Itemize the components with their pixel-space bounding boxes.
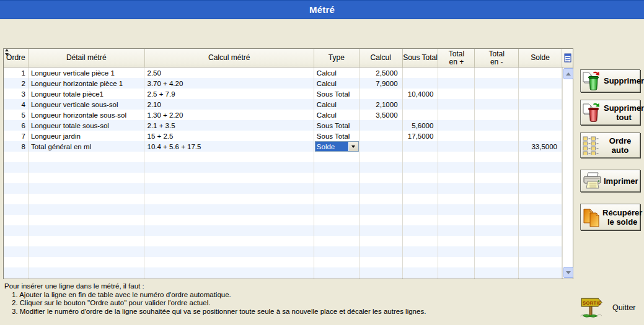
- cell-sous_total[interactable]: [403, 99, 439, 110]
- quit-button[interactable]: SORTIE Quitter: [579, 293, 641, 321]
- table-row[interactable]: 6Longueur totale sous-sol2.1 + 3.5Sous T…: [4, 120, 562, 131]
- print-button[interactable]: Imprimer: [580, 170, 640, 192]
- cell-detail[interactable]: Longueur verticale pièce 1: [29, 67, 145, 78]
- cell-total_minus[interactable]: [475, 99, 519, 110]
- cell-total_plus[interactable]: [438, 99, 475, 110]
- cell-solde[interactable]: [519, 89, 562, 99]
- column-header-solde[interactable]: Solde: [519, 49, 562, 67]
- column-header-total_plus[interactable]: Total en +: [438, 49, 475, 67]
- delete-button[interactable]: Supprimer: [580, 69, 640, 92]
- cell-solde[interactable]: [519, 67, 562, 78]
- cell-total_minus[interactable]: [475, 78, 519, 89]
- cell-calcul[interactable]: [359, 89, 403, 99]
- cell-sous_total[interactable]: 17,5000: [403, 131, 439, 141]
- cell-calcul[interactable]: 2,5000: [359, 67, 403, 78]
- cell-type[interactable]: Sous Total: [314, 120, 359, 131]
- cell-calcul_metre[interactable]: 2.10: [144, 99, 314, 110]
- cell-total_minus[interactable]: [475, 89, 519, 99]
- cell-sous_total[interactable]: [403, 110, 439, 120]
- cell-total_plus[interactable]: [438, 131, 475, 141]
- cell-sous_total[interactable]: 5,6000: [403, 120, 439, 131]
- cell-total_minus[interactable]: [475, 110, 519, 120]
- cell-type[interactable]: Calcul: [314, 67, 359, 78]
- cell-total_plus[interactable]: [438, 141, 475, 152]
- cell-solde[interactable]: [519, 78, 562, 89]
- table-row[interactable]: 5Longueur horizontale sous-sol1.30 + 2.2…: [4, 110, 562, 120]
- cell-ordre[interactable]: 2: [4, 78, 29, 89]
- cell-ordre[interactable]: 8: [4, 141, 29, 152]
- cell-total_plus[interactable]: [438, 67, 475, 78]
- cell-detail[interactable]: Longueur totale pièce1: [29, 89, 145, 99]
- cell-type[interactable]: Calcul: [314, 99, 359, 110]
- table-row[interactable]: 3Longueur totale pièce12.5 + 7.9Sous Tot…: [4, 89, 562, 99]
- column-header-sous_total[interactable]: Sous Total: [403, 49, 439, 67]
- auto-order-button[interactable]: Ordre auto: [580, 132, 640, 158]
- cell-sous_total[interactable]: 10,4000: [403, 89, 439, 99]
- cell-detail[interactable]: Longueur horizontale sous-sol: [29, 110, 145, 120]
- cell-calcul[interactable]: 7,9000: [359, 78, 403, 89]
- cell-total_minus[interactable]: [475, 120, 519, 131]
- cell-total_plus[interactable]: [438, 89, 475, 99]
- type-dropdown[interactable]: Solde: [315, 141, 359, 152]
- table-row[interactable]: 7Longueur jardin15 + 2.5Sous Total17,500…: [4, 131, 562, 141]
- cell-solde[interactable]: [519, 131, 562, 141]
- cell-total_plus[interactable]: [438, 110, 475, 120]
- table-properties-button[interactable]: [562, 49, 573, 67]
- column-header-calcul[interactable]: Calcul: [359, 49, 403, 67]
- cell-detail[interactable]: Longueur horizontale pièce 1: [29, 78, 145, 89]
- cell-ordre[interactable]: 1: [4, 67, 29, 78]
- cell-total_plus[interactable]: [438, 120, 475, 131]
- sort-order-icon[interactable]: [4, 49, 9, 56]
- cell-calcul_metre[interactable]: 10.4 + 5.6 + 17.5: [144, 141, 314, 152]
- cell-type[interactable]: Calcul: [314, 78, 359, 89]
- cell-detail[interactable]: Total général en ml: [29, 141, 145, 152]
- cell-ordre[interactable]: 5: [4, 110, 29, 120]
- cell-total_minus[interactable]: [475, 131, 519, 141]
- cell-sous_total[interactable]: [403, 141, 439, 152]
- cell-calcul[interactable]: [359, 141, 403, 152]
- cell-calcul_metre[interactable]: 2.1 + 3.5: [144, 120, 314, 131]
- cell-type[interactable]: Sous Total: [314, 89, 359, 99]
- cell-solde[interactable]: [519, 110, 562, 120]
- cell-calcul_metre[interactable]: 2.5 + 7.9: [144, 89, 314, 99]
- cell-type[interactable]: Sous Total: [314, 131, 359, 141]
- cell-type[interactable]: Solde: [314, 141, 359, 152]
- cell-ordre[interactable]: 6: [4, 120, 29, 131]
- cell-total_minus[interactable]: [475, 67, 519, 78]
- cell-detail[interactable]: Longueur verticale sous-sol: [29, 99, 145, 110]
- cell-detail[interactable]: Longueur jardin: [29, 131, 145, 141]
- recover-balance-button[interactable]: Récupérer le solde: [580, 204, 640, 230]
- cell-calcul_metre[interactable]: 15 + 2.5: [144, 131, 314, 141]
- cell-calcul[interactable]: 2,1000: [359, 99, 403, 110]
- table-row[interactable]: 4Longueur verticale sous-sol2.10Calcul2,…: [4, 99, 562, 110]
- cell-calcul[interactable]: [359, 120, 403, 131]
- type-dropdown-button[interactable]: [348, 142, 358, 151]
- cell-solde[interactable]: 33,5000: [519, 141, 562, 152]
- cell-total_plus[interactable]: [438, 78, 475, 89]
- cell-detail[interactable]: Longueur totale sous-sol: [29, 120, 145, 131]
- vertical-scrollbar[interactable]: [562, 67, 573, 279]
- scroll-up-button[interactable]: [563, 68, 573, 79]
- column-header-type[interactable]: Type: [314, 49, 359, 67]
- table-row[interactable]: 1Longueur verticale pièce 12.50Calcul2,5…: [4, 67, 562, 78]
- cell-ordre[interactable]: 4: [4, 99, 29, 110]
- cell-ordre[interactable]: 7: [4, 131, 29, 141]
- cell-sous_total[interactable]: [403, 78, 439, 89]
- cell-sous_total[interactable]: [403, 67, 439, 78]
- cell-ordre[interactable]: 3: [4, 89, 29, 99]
- cell-total_minus[interactable]: [475, 141, 519, 152]
- scroll-down-button[interactable]: [563, 267, 573, 278]
- column-header-total_minus[interactable]: Total en -: [475, 49, 519, 67]
- column-header-calcul_metre[interactable]: Calcul métré: [145, 49, 314, 67]
- cell-calcul[interactable]: [359, 131, 403, 141]
- cell-solde[interactable]: [519, 99, 562, 110]
- table-row[interactable]: 2Longueur horizontale pièce 13.70 + 4.20…: [4, 78, 562, 89]
- column-header-ordre[interactable]: Ordre: [4, 49, 29, 67]
- cell-calcul_metre[interactable]: 1.30 + 2.20: [144, 110, 314, 120]
- cell-calcul[interactable]: 3,5000: [359, 110, 403, 120]
- cell-type[interactable]: Calcul: [314, 110, 359, 120]
- cell-solde[interactable]: [519, 120, 562, 131]
- table-row[interactable]: 8Total général en ml10.4 + 5.6 + 17.5Sol…: [4, 141, 562, 152]
- cell-calcul_metre[interactable]: 2.50: [144, 67, 314, 78]
- cell-calcul_metre[interactable]: 3.70 + 4.20: [144, 78, 314, 89]
